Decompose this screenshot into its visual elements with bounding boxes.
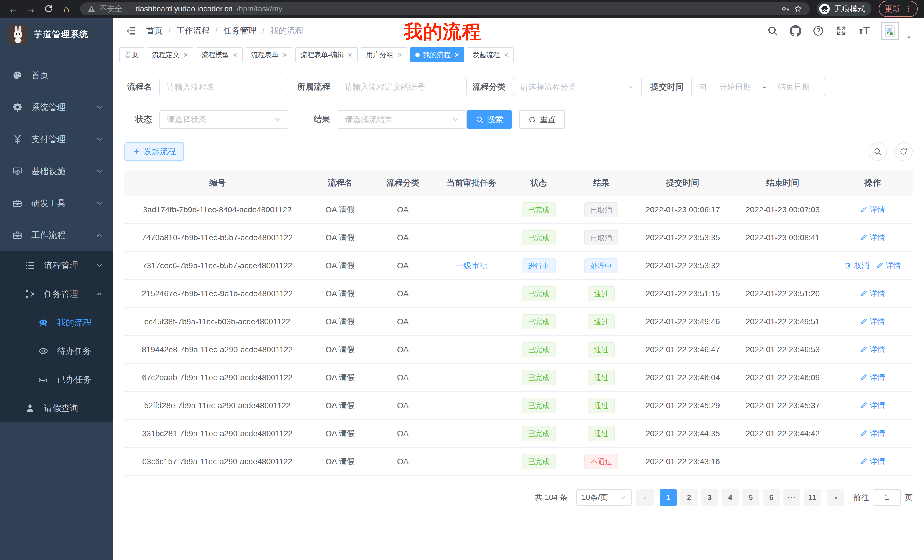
result-select[interactable]: 请选择流结果: [338, 110, 466, 129]
tab-label: 首页: [125, 50, 138, 59]
cell-process-name: OA 请假: [310, 335, 370, 364]
toggle-search-button[interactable]: [868, 142, 887, 161]
search-icon[interactable]: [767, 25, 778, 36]
tab-close-icon[interactable]: ×: [398, 51, 402, 59]
update-chrome-button[interactable]: 更新: [879, 1, 918, 17]
sidebar-item-payment[interactable]: 支付管理: [0, 123, 113, 155]
result-badge: 通过: [588, 370, 615, 385]
current-task-link[interactable]: 一级审批: [455, 261, 488, 270]
avatar-caret-icon[interactable]: [906, 34, 912, 40]
sidebar-logo-row[interactable]: 芋道管理系统: [0, 18, 113, 51]
process-definition-input[interactable]: 请输入流程定义的编号: [338, 78, 466, 96]
cell-result: 通过: [570, 280, 633, 308]
back-icon[interactable]: ←: [6, 2, 20, 16]
tab-4[interactable]: 流程表单-编辑×: [295, 47, 358, 62]
reset-button[interactable]: 重置: [519, 110, 565, 129]
sidebar-item-my-process[interactable]: 我的流程: [0, 308, 113, 337]
page-size-select[interactable]: 10条/页: [576, 489, 632, 506]
sidebar-item-process-mgmt[interactable]: 流程管理: [0, 251, 113, 280]
sidebar-item-todo-task[interactable]: 待办任务: [0, 337, 113, 365]
page-button-4[interactable]: 4: [722, 489, 739, 506]
font-size-icon[interactable]: ᴛT: [858, 25, 870, 37]
placeholder: 请输入流程定义的编号: [345, 82, 459, 93]
tab-5[interactable]: 用户分组×: [361, 47, 407, 62]
detail-link[interactable]: 详情: [876, 260, 901, 271]
bookmark-star-icon[interactable]: [794, 4, 802, 13]
sidebar-item-workflow[interactable]: 工作流程: [0, 219, 113, 251]
detail-link[interactable]: 详情: [860, 288, 885, 298]
goto-page-input[interactable]: 1: [873, 489, 901, 506]
detail-link[interactable]: 详情: [860, 316, 885, 326]
cell-actions: 详情: [832, 364, 913, 392]
address-bar[interactable]: 不安全 dashboard.yudao.iocoder.cn/bpm/task/…: [80, 2, 810, 15]
tab-close-icon[interactable]: ×: [282, 51, 286, 59]
page-button-11[interactable]: 11: [804, 489, 821, 506]
detail-link[interactable]: 详情: [860, 428, 885, 439]
reload-icon[interactable]: [42, 2, 56, 16]
key-icon[interactable]: [781, 4, 790, 13]
tab-close-icon[interactable]: ×: [184, 51, 188, 59]
tab-6[interactable]: 我的流程×: [410, 47, 464, 62]
help-icon[interactable]: [813, 25, 824, 36]
tab-close-icon[interactable]: ×: [454, 51, 459, 59]
submit-time-range-picker[interactable]: 开始日期 - 结束日期: [691, 78, 825, 96]
tab-7[interactable]: 发起流程×: [467, 47, 514, 62]
sidebar-item-leave-query[interactable]: 请假查询: [0, 394, 113, 422]
forward-icon[interactable]: →: [24, 2, 38, 16]
detail-link[interactable]: 详情: [860, 232, 885, 243]
cell-result: 通过: [570, 392, 633, 419]
plus-icon: [132, 148, 141, 156]
breadcrumb-workflow[interactable]: 工作流程: [177, 25, 210, 36]
tab-0[interactable]: 首页: [119, 47, 144, 62]
next-page-button[interactable]: ›: [827, 489, 844, 506]
process-name-input[interactable]: 请输入流程名: [159, 78, 288, 96]
broken-image-icon: [884, 24, 896, 37]
page-button-1[interactable]: 1: [660, 489, 677, 506]
cell-status: 已完成: [507, 392, 570, 419]
sidebar-item-done-task[interactable]: 已办任务: [0, 365, 113, 394]
link-label: 详情: [870, 232, 885, 243]
cell-submit-time: 2022-01-22 23:53:35: [633, 224, 733, 252]
page-button-6[interactable]: 6: [763, 489, 780, 506]
create-process-button[interactable]: 发起流程: [124, 142, 184, 161]
status-select[interactable]: 请选择状态: [159, 110, 288, 129]
sidebar-item-label: 支付管理: [32, 133, 66, 145]
detail-link[interactable]: 详情: [860, 344, 885, 355]
sidebar-item-devtools[interactable]: 研发工具: [0, 187, 113, 219]
breadcrumb-task-mgmt[interactable]: 任务管理: [223, 25, 256, 36]
breadcrumb-home[interactable]: 首页: [146, 25, 163, 36]
tab-1[interactable]: 流程定义×: [147, 47, 193, 62]
category-select[interactable]: 请选择流程分类: [513, 78, 642, 96]
tab-2[interactable]: 流程模型×: [196, 47, 243, 62]
sidebar-item-home[interactable]: 首页: [0, 59, 113, 91]
cell-id: 7470a810-7b9b-11ec-b5b7-acde48001122: [124, 224, 310, 252]
detail-link[interactable]: 详情: [860, 400, 885, 410]
sidebar-item-infrastructure[interactable]: 基础设施: [0, 155, 113, 187]
detail-link[interactable]: 详情: [860, 456, 885, 466]
sidebar-item-system[interactable]: 系统管理: [0, 91, 113, 123]
goto-suffix: 页: [905, 493, 913, 503]
page-button-5[interactable]: 5: [742, 489, 759, 506]
page-button-2[interactable]: 2: [680, 489, 698, 506]
refresh-table-button[interactable]: [894, 142, 913, 161]
prev-page-button[interactable]: ‹: [636, 489, 654, 506]
column-header: 操作: [832, 170, 913, 196]
detail-link[interactable]: 详情: [860, 204, 885, 215]
search-button[interactable]: 搜索: [466, 110, 512, 129]
tab-close-icon[interactable]: ×: [348, 51, 352, 59]
tab-close-icon[interactable]: ×: [504, 51, 508, 59]
avatar[interactable]: [881, 22, 899, 40]
tab-3[interactable]: 流程表单×: [246, 47, 292, 62]
github-icon[interactable]: [790, 25, 801, 36]
cancel-link[interactable]: 取消: [844, 260, 869, 271]
fullscreen-icon[interactable]: [836, 25, 847, 36]
app-header: 首页 / 工作流程 / 任务管理 / 我的流程 我的流程 ᴛT: [113, 18, 924, 44]
page-button-3[interactable]: 3: [701, 489, 718, 506]
sidebar-toggle-icon[interactable]: [125, 25, 136, 36]
home-icon[interactable]: ⌂: [59, 2, 73, 16]
menu-dots-icon[interactable]: [904, 5, 912, 13]
table-row: 7317cec6-7b9b-11ec-b5b7-acde48001122OA 请…: [124, 252, 913, 280]
detail-link[interactable]: 详情: [860, 372, 885, 382]
sidebar-item-task-mgmt[interactable]: 任务管理: [0, 280, 113, 308]
tab-close-icon[interactable]: ×: [233, 51, 237, 59]
